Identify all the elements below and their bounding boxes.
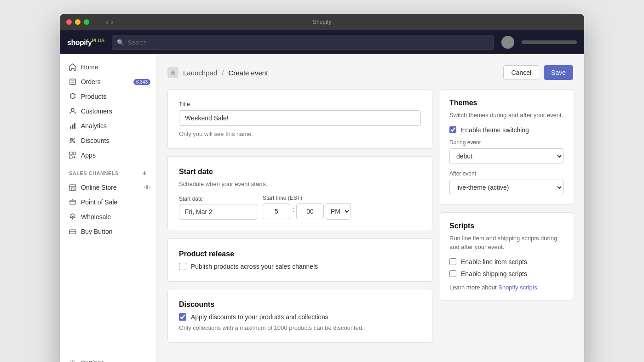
discounts-hint: Only collections with a maximum of 1000 …	[179, 324, 421, 331]
search-input[interactable]	[128, 39, 489, 46]
search-bar[interactable]: 🔍	[112, 35, 494, 50]
svg-rect-16	[71, 188, 74, 191]
titlebar-nav: ‹ ›	[106, 18, 114, 26]
shipping-scripts-label[interactable]: Enable shipping scripts	[461, 270, 527, 277]
line-item-row: Enable line item scripts	[449, 258, 564, 266]
minute-input[interactable]	[296, 204, 324, 219]
svg-rect-12	[69, 156, 72, 158]
sidebar-label-apps: Apps	[81, 152, 96, 159]
app-window: ‹ › Shopify shopifyPLUS 🔍 Home	[60, 14, 584, 362]
breadcrumb-actions: Cancel Save	[503, 65, 573, 80]
window-buttons	[66, 19, 89, 25]
title-input[interactable]	[179, 110, 421, 126]
sidebar-item-analytics[interactable]: Analytics	[60, 119, 156, 133]
back-icon[interactable]: ‹	[106, 18, 108, 26]
sidebar-label-wholesale: Wholesale	[81, 213, 111, 221]
discounts-checkbox-row: Apply discounts to your products and col…	[179, 313, 421, 321]
themes-panel: Themes Switch themes during and after yo…	[440, 89, 573, 205]
add-channel-icon[interactable]: +	[142, 169, 147, 177]
themes-desc: Switch themes during and after your even…	[449, 111, 564, 120]
top-navigation: shopifyPLUS 🔍	[60, 30, 584, 54]
learn-more: Learn more about Shopify scripts.	[449, 284, 564, 291]
start-time-label: Start time (EST)	[263, 195, 351, 201]
svg-point-7	[71, 139, 72, 140]
svg-point-3	[71, 108, 74, 111]
product-release-checkbox-row: Publish products across your sales chann…	[179, 263, 421, 270]
eye-icon[interactable]: 👁	[144, 184, 150, 191]
sidebar-item-discounts[interactable]: Discounts	[60, 133, 156, 148]
right-panel: Themes Switch themes during and after yo…	[440, 89, 573, 350]
svg-rect-0	[70, 79, 75, 85]
discounts-icon	[69, 137, 76, 144]
learn-more-link[interactable]: Shopify scripts.	[498, 284, 539, 291]
save-button[interactable]: Save	[544, 65, 573, 80]
store-icon	[69, 184, 76, 191]
discounts-title: Discounts	[179, 300, 421, 309]
sidebar-item-products[interactable]: Products	[60, 89, 156, 104]
title-card: Title Only you will see this name.	[167, 89, 432, 149]
svg-rect-6	[74, 123, 75, 129]
date-field: Start date	[179, 196, 257, 220]
breadcrumb-page: Create event	[228, 69, 268, 77]
svg-rect-10	[69, 152, 72, 155]
scripts-panel: Scripts Run line item and shipping scrip…	[440, 212, 573, 300]
titlebar: ‹ › Shopify	[60, 14, 584, 30]
svg-point-8	[74, 141, 75, 143]
sidebar-label-discounts: Discounts	[81, 137, 109, 144]
sidebar-item-online-store[interactable]: Online Store 👁	[60, 180, 156, 195]
start-date-label: Start date	[179, 196, 257, 202]
enable-theme-checkbox[interactable]	[449, 126, 456, 133]
sidebar-item-home[interactable]: Home	[60, 60, 156, 74]
minimize-button[interactable]	[75, 19, 80, 25]
time-field: Start time (EST) : PM AM	[263, 195, 351, 220]
line-item-scripts-checkbox[interactable]	[449, 258, 456, 265]
start-date-input[interactable]	[179, 204, 257, 220]
enable-theme-row: Enable theme switching	[449, 126, 564, 134]
sidebar-item-apps[interactable]: Apps	[60, 148, 156, 163]
learn-more-text: Learn more about	[449, 284, 498, 291]
sidebar-item-buy-button[interactable]: Buy Button	[60, 224, 156, 239]
settings-icon	[69, 359, 76, 362]
sidebar-label-analytics: Analytics	[81, 122, 107, 130]
shipping-scripts-checkbox[interactable]	[449, 270, 456, 277]
analytics-icon	[69, 122, 76, 130]
forward-icon[interactable]: ›	[111, 18, 113, 26]
logo-suffix: PLUS	[92, 38, 104, 43]
cancel-button[interactable]: Cancel	[503, 65, 539, 80]
sidebar-item-orders[interactable]: Orders 6,343	[60, 74, 156, 89]
apply-discounts-checkbox[interactable]	[179, 313, 186, 321]
shipping-row: Enable shipping scripts	[449, 270, 564, 277]
hour-input[interactable]	[263, 204, 290, 219]
sidebar-label-pos: Point of Sale	[81, 198, 117, 206]
sidebar-item-point-of-sale[interactable]: Point of Sale	[60, 195, 156, 209]
during-event-select[interactable]: debut live-theme (active)	[449, 148, 564, 164]
sidebar-item-wholesale[interactable]: Wholesale	[60, 209, 156, 224]
after-event-select[interactable]: debut live-theme (active)	[449, 180, 564, 195]
scripts-desc: Run line item and shipping scripts durin…	[449, 234, 564, 252]
maximize-button[interactable]	[84, 19, 89, 25]
time-inputs: : PM AM	[263, 203, 351, 220]
discounts-card: Discounts Apply discounts to your produc…	[167, 289, 432, 343]
sidebar-label-home: Home	[81, 63, 98, 71]
publish-products-label[interactable]: Publish products across your sales chann…	[191, 263, 318, 270]
window-title: Shopify	[313, 19, 331, 25]
breadcrumb-app-name[interactable]: Launchpad	[183, 69, 217, 77]
breadcrumb: Launchpad / Create event Cancel Save	[167, 65, 573, 80]
svg-rect-17	[70, 200, 75, 204]
product-release-title: Product release	[179, 250, 421, 258]
product-release-card: Product release Publish products across …	[167, 238, 432, 282]
sidebar-label-products: Products	[81, 93, 106, 100]
sidebar-item-settings[interactable]: Settings	[60, 356, 156, 362]
close-button[interactable]	[66, 19, 72, 25]
sidebar-item-customers[interactable]: Customers	[60, 104, 156, 119]
sales-channels-label: SALES CHANNELS +	[60, 163, 156, 180]
svg-rect-5	[72, 124, 74, 129]
svg-rect-4	[70, 126, 71, 129]
during-event-label: During event	[449, 139, 564, 146]
apply-discounts-label[interactable]: Apply discounts to your products and col…	[191, 313, 328, 321]
time-separator: :	[292, 205, 294, 218]
publish-products-checkbox[interactable]	[179, 263, 186, 270]
enable-theme-label[interactable]: Enable theme switching	[461, 126, 529, 134]
ampm-select[interactable]: PM AM	[326, 203, 351, 220]
line-item-scripts-label[interactable]: Enable line item scripts	[461, 258, 527, 266]
